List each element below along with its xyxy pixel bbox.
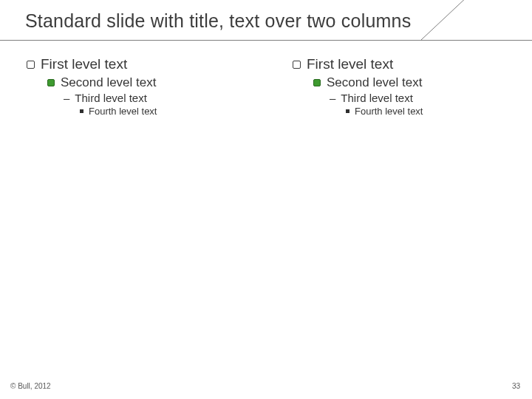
footer-copyright: © Bull, 2012	[10, 382, 51, 390]
level3-text: Third level text	[341, 92, 413, 104]
slide-header: Standard slide with title, text over two…	[0, 0, 532, 47]
list-item-level3: – Third level text	[330, 92, 523, 104]
small-square-bullet-icon	[346, 109, 349, 113]
level2-text: Second level text	[61, 75, 156, 90]
page-number: 33	[512, 382, 520, 390]
header-diagonal-decoration	[392, 0, 532, 47]
small-square-bullet-icon	[80, 109, 83, 113]
level1-text: First level text	[307, 56, 393, 72]
slide-title: Standard slide with title, text over two…	[25, 10, 411, 32]
green-square-bullet-icon	[313, 79, 321, 86]
two-column-body: First level text Second level text – Thi…	[0, 56, 532, 117]
level2-text: Second level text	[327, 75, 422, 90]
hollow-square-bullet-icon	[293, 61, 301, 69]
level4-text: Fourth level text	[355, 106, 423, 117]
svg-marker-0	[436, 0, 532, 7]
list-item-level1: First level text	[27, 56, 257, 72]
hollow-square-bullet-icon	[27, 61, 35, 69]
dash-bullet-icon: –	[64, 92, 69, 103]
list-item-level4: Fourth level text	[80, 106, 257, 117]
right-column: First level text Second level text – Thi…	[266, 56, 532, 117]
list-item-level2: Second level text	[47, 75, 257, 90]
level1-text: First level text	[41, 56, 127, 72]
list-item-level1: First level text	[293, 56, 523, 72]
level3-text: Third level text	[75, 92, 147, 104]
left-column: First level text Second level text – Thi…	[0, 56, 266, 117]
list-item-level4: Fourth level text	[346, 106, 523, 117]
dash-bullet-icon: –	[330, 92, 335, 103]
list-item-level2: Second level text	[313, 75, 523, 90]
green-square-bullet-icon	[47, 79, 55, 86]
level4-text: Fourth level text	[89, 106, 157, 117]
list-item-level3: – Third level text	[64, 92, 257, 104]
